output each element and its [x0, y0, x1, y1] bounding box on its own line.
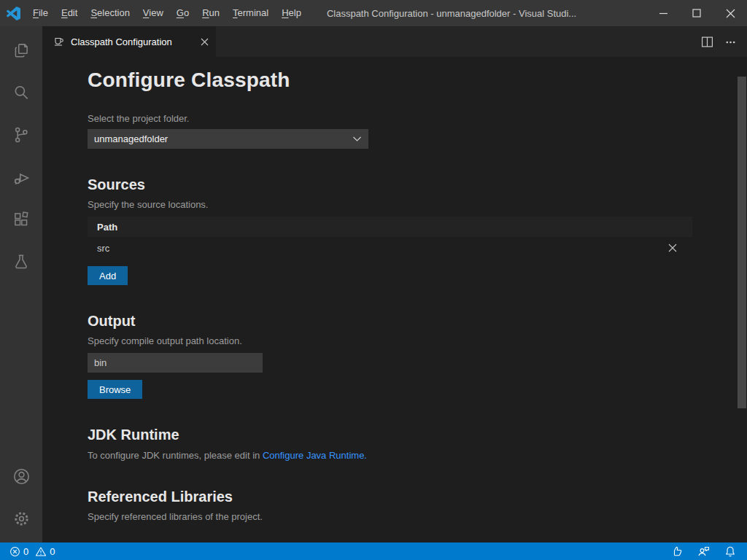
menu-file[interactable]: File — [26, 0, 55, 26]
output-path-input[interactable] — [88, 353, 263, 373]
page-title: Configure Classpath — [88, 69, 747, 92]
warning-icon — [35, 546, 47, 557]
output-description: Specify compile output path location. — [88, 335, 747, 346]
source-path-value: src — [97, 243, 109, 254]
sources-table: Path src — [88, 217, 692, 259]
error-icon — [9, 546, 20, 557]
browse-button[interactable]: Browse — [88, 380, 142, 399]
title-bar: File Edit Selection View Go Run Terminal… — [0, 0, 747, 26]
output-heading: Output — [88, 313, 747, 330]
editor-actions — [701, 26, 747, 57]
menu-run[interactable]: Run — [196, 0, 226, 26]
activity-bar — [0, 26, 42, 542]
tab-bar: Classpath Configuration — [42, 26, 747, 57]
table-row[interactable]: src — [88, 237, 692, 259]
jdk-runtime-heading: JDK Runtime — [88, 427, 747, 443]
menu-selection[interactable]: Selection — [84, 0, 136, 26]
maximize-icon[interactable] — [680, 0, 713, 26]
menu-go[interactable]: Go — [170, 0, 196, 26]
search-icon[interactable] — [4, 74, 39, 111]
person-feedback-icon[interactable] — [694, 545, 713, 557]
project-folder-label: Select the project folder. — [88, 113, 747, 124]
menu-view[interactable]: View — [136, 0, 170, 26]
vertical-scrollbar[interactable] — [738, 77, 746, 408]
settings-gear-icon[interactable] — [4, 500, 39, 537]
warning-count: 0 — [50, 546, 55, 557]
tab-classpath-configuration[interactable]: Classpath Configuration — [42, 26, 216, 57]
jdk-text-before: To configure JDK runtimes, please edit i… — [88, 450, 263, 461]
minimize-icon[interactable] — [646, 0, 680, 26]
menu-help[interactable]: Help — [275, 0, 308, 26]
path-column-header: Path — [97, 222, 117, 233]
menu-bar: File Edit Selection View Go Run Terminal… — [26, 0, 308, 26]
extensions-icon[interactable] — [4, 201, 39, 238]
configure-java-runtime-link[interactable]: Configure Java Runtime. — [263, 450, 367, 461]
referenced-libraries-description: Specify referenced libraries of the proj… — [88, 511, 747, 522]
add-source-button[interactable]: Add — [88, 266, 128, 285]
more-actions-icon[interactable] — [725, 36, 736, 47]
run-and-debug-icon[interactable] — [4, 159, 39, 195]
close-window-icon[interactable] — [713, 0, 747, 26]
account-icon[interactable] — [4, 458, 39, 494]
chevron-down-icon — [352, 136, 362, 142]
editor-area: Classpath Configuration Con — [42, 26, 747, 542]
status-bar: 0 0 — [0, 542, 747, 560]
source-control-icon[interactable] — [4, 117, 39, 153]
testing-icon[interactable] — [4, 244, 39, 280]
vscode-logo-icon — [0, 7, 26, 20]
tab-close-icon[interactable] — [201, 38, 209, 46]
menu-edit[interactable]: Edit — [55, 0, 84, 26]
project-folder-select[interactable]: unmanagedfolder — [88, 129, 368, 149]
window-title: Classpath Configuration - unmanagedfolde… — [327, 8, 576, 19]
tab-label: Classpath Configuration — [71, 36, 195, 47]
java-cup-icon — [53, 36, 65, 47]
thumbsup-icon[interactable] — [667, 545, 686, 557]
menu-terminal[interactable]: Terminal — [226, 0, 275, 26]
referenced-libraries-heading: Referenced Libraries — [88, 489, 747, 505]
bell-icon[interactable] — [721, 545, 740, 557]
jdk-runtime-text: To configure JDK runtimes, please edit i… — [88, 450, 747, 461]
remove-source-icon[interactable] — [668, 244, 677, 252]
project-folder-value: unmanagedfolder — [94, 133, 168, 144]
problems-indicator[interactable]: 0 0 — [7, 546, 57, 557]
window-controls — [646, 0, 747, 26]
sources-description: Specify the source locations. — [88, 199, 747, 210]
split-editor-icon[interactable] — [701, 36, 713, 48]
error-count: 0 — [23, 546, 28, 557]
explorer-icon[interactable] — [4, 32, 39, 69]
sources-table-header: Path — [88, 217, 692, 237]
classpath-configuration-page: Configure Classpath Select the project f… — [42, 57, 747, 542]
sources-heading: Sources — [88, 176, 747, 193]
